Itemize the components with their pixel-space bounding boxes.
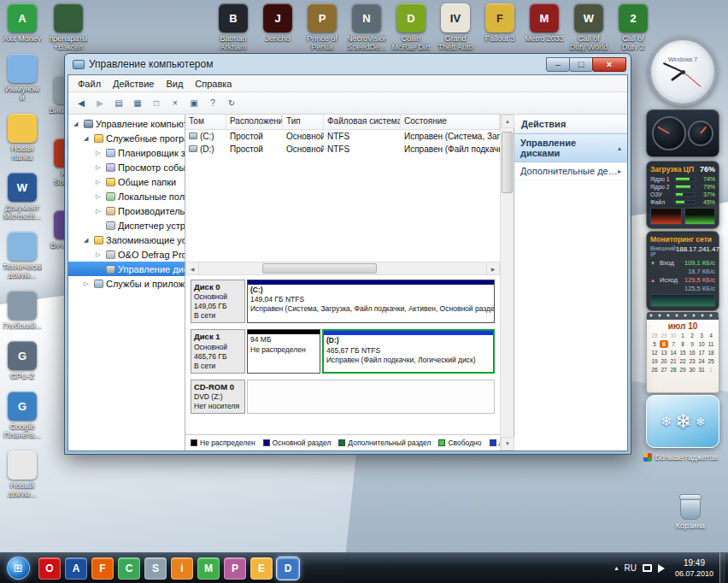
calendar-gadget[interactable]: июл 10 282930123456789101112131415161718… (646, 311, 719, 393)
tree-item[interactable]: ▷ Планировщик заданий (68, 145, 185, 160)
toolbar-button[interactable]: □ (148, 95, 165, 112)
taskbar-icon-player[interactable]: A (65, 557, 87, 580)
taskbar-clock[interactable]: 19:49 06.07.2010 (675, 558, 713, 579)
toolbar-button[interactable]: ◀ (73, 95, 90, 112)
gauge-gadget[interactable] (646, 109, 719, 157)
menu-item[interactable]: Действие (107, 77, 160, 91)
toolbar-button[interactable]: ? (204, 95, 221, 112)
desktop-icon[interactable]: Новая папка (3, 114, 42, 162)
vertical-scrollbar[interactable]: ▲ ▼ (500, 115, 514, 450)
taskbar-icon-messenger[interactable]: М (197, 557, 220, 580)
scroll-up-button[interactable]: ▲ (501, 115, 514, 128)
toolbar-button[interactable]: × (167, 95, 184, 112)
column-header-volume[interactable]: Том (185, 115, 226, 129)
partition-unallocated[interactable]: 94 МБ Не распределен (247, 329, 320, 373)
winter-gadget[interactable]: ❄ ❄ ❄ (646, 395, 719, 448)
taskbar-icon-installer[interactable]: i (171, 557, 193, 580)
menu-item[interactable]: Вид (160, 77, 189, 91)
desktop-icon[interactable]: G GPU-Z (3, 341, 42, 380)
desktop-icon[interactable]: Новый докум... (3, 450, 42, 498)
desktop-icon[interactable]: B Batman Arkham As... (214, 3, 253, 52)
tree-item[interactable]: Диспетчер устройств (68, 218, 185, 233)
desktop-icon[interactable]: N NecroVision SpeedDe... (347, 3, 386, 52)
tree-item[interactable]: ▷ Локальные пользователи и группы (68, 189, 185, 203)
taskbar-icon-chrome[interactable]: C (118, 557, 140, 580)
tree-item[interactable]: ◢ Служебные программы (68, 131, 185, 145)
taskbar-icon-display[interactable]: D (277, 557, 299, 580)
expander-icon[interactable]: ▷ (96, 179, 103, 186)
desktop-icon[interactable]: W Документ Microsoft... (3, 173, 42, 221)
tree-item[interactable]: ▷ Просмотр событий (68, 160, 185, 174)
network-gadget[interactable]: Мониторинг сети Внешний IP 188.17.241.47… (646, 231, 719, 311)
recycle-bin[interactable]: Корзина (666, 496, 714, 530)
expander-icon[interactable]: ▷ (96, 251, 103, 258)
desktop-icon[interactable]: Иммуном и препара... (3, 54, 42, 103)
desktop-icon[interactable]: G Google Планета... (3, 392, 42, 439)
menu-item[interactable]: Файл (72, 77, 107, 91)
toolbar-button[interactable]: ▶ (91, 95, 109, 112)
cdrom-empty-region[interactable] (247, 380, 495, 414)
column-header-type[interactable]: Тип (283, 115, 324, 129)
expander-icon[interactable]: ◢ (73, 121, 81, 127)
start-button[interactable]: ⊞ (3, 554, 32, 583)
vertical-scroll-thumb[interactable] (502, 132, 513, 193)
menu-item[interactable]: Справка (189, 77, 238, 91)
tree-item[interactable]: ▷ Производительность (68, 203, 185, 218)
toolbar-button[interactable]: ▤ (110, 95, 127, 112)
clock-gadget[interactable]: Windows 7 (646, 38, 719, 106)
partition-c[interactable]: (C:) 149,04 ГБ NTFS Исправен (Система, З… (247, 280, 495, 323)
column-header-layout[interactable]: Расположение (226, 115, 283, 129)
expander-icon[interactable]: ▷ (84, 280, 91, 287)
network-tray-icon[interactable] (643, 564, 652, 572)
partition-d[interactable]: (D:) 465,67 ГБ NTFS Исправен (Файл подка… (322, 329, 495, 373)
expander-icon[interactable]: ▷ (96, 150, 103, 156)
tree-item[interactable]: ◢ Запоминающие устройства (68, 233, 185, 247)
desktop-icon[interactable]: J Jericho (258, 3, 297, 52)
toolbar-button[interactable]: ▣ (185, 95, 203, 112)
tree-item[interactable]: ▷ O&O Defrag Professional (68, 247, 185, 262)
volume-row[interactable]: (D:) Простой Основной NTFS Исправен (Фай… (185, 143, 500, 156)
scroll-right-button[interactable]: ▶ (486, 262, 500, 275)
expander-icon[interactable]: ◢ (84, 237, 91, 244)
desktop-icon[interactable]: Глубокий... (3, 291, 42, 330)
column-header-status[interactable]: Состояние (401, 115, 500, 129)
show-desktop-button[interactable] (719, 553, 725, 583)
language-indicator[interactable]: RU (625, 563, 637, 573)
taskbar-icon-firefox[interactable]: F (91, 557, 114, 580)
desktop-icon[interactable]: A Axit Money (3, 3, 42, 43)
cdrom-info[interactable]: CD-ROM 0 DVD (Z:) Нет носителя (191, 380, 245, 414)
desktop-icon[interactable]: P Prince of Persia (302, 3, 342, 52)
tree-item[interactable]: ▷ Службы и приложения (68, 276, 185, 291)
actions-more[interactable]: Дополнительные действия ▸ (514, 162, 627, 180)
desktop-icon[interactable]: F Fallout 3 (480, 3, 520, 52)
hidden-icons-button[interactable]: ▴ (614, 564, 618, 572)
tree-item[interactable]: ▷ Общие папки (68, 174, 185, 189)
tree-item[interactable]: Управление дисками (68, 262, 185, 276)
desktop-icon[interactable]: W Call of Duty World at War (569, 3, 608, 52)
scroll-down-button[interactable]: ▼ (501, 437, 514, 450)
disk0-info[interactable]: Диск 0 Основной 149,05 ГБ В сети (191, 280, 245, 323)
volume-row[interactable]: (C:) Простой Основной NTFS Исправен (Сис… (185, 130, 500, 143)
toolbar-button[interactable]: ▦ (129, 95, 146, 112)
horizontal-scroll-thumb[interactable] (262, 263, 377, 274)
taskbar-icon-explorer[interactable]: E (250, 557, 273, 580)
minimize-button[interactable]: – (546, 57, 570, 72)
desktop-icon[interactable]: M Metro 2033 (525, 3, 564, 52)
tree-item[interactable]: ◢ Управление компьютером (локальным) (68, 116, 185, 131)
horizontal-scrollbar[interactable]: ◀ ▶ (185, 262, 500, 275)
actions-section-disk-management[interactable]: Управление дисками ▴ (514, 133, 627, 162)
desktop-icon[interactable]: препараты +Вэксел (49, 3, 88, 51)
taskbar-icon-safari[interactable]: S (144, 557, 167, 580)
scroll-left-button[interactable]: ◀ (185, 262, 199, 275)
maximize-button[interactable]: □ (569, 57, 593, 72)
toolbar-button[interactable]: ↻ (223, 95, 240, 112)
taskbar-icon-opera[interactable]: O (38, 557, 61, 580)
titlebar[interactable]: Управление компьютером – □ × (68, 54, 628, 74)
desktop-icon[interactable]: D Collin McRae Dirt 2 (391, 3, 431, 52)
expander-icon[interactable]: ▷ (96, 193, 103, 200)
disk1-info[interactable]: Диск 1 Основной 465,76 ГБ В сети (191, 329, 245, 373)
column-header-filesystem[interactable]: Файловая система (324, 115, 401, 129)
close-button[interactable]: × (592, 57, 626, 72)
taskbar-icon-paint[interactable]: P (224, 557, 246, 580)
expander-icon[interactable]: ▷ (96, 164, 103, 171)
